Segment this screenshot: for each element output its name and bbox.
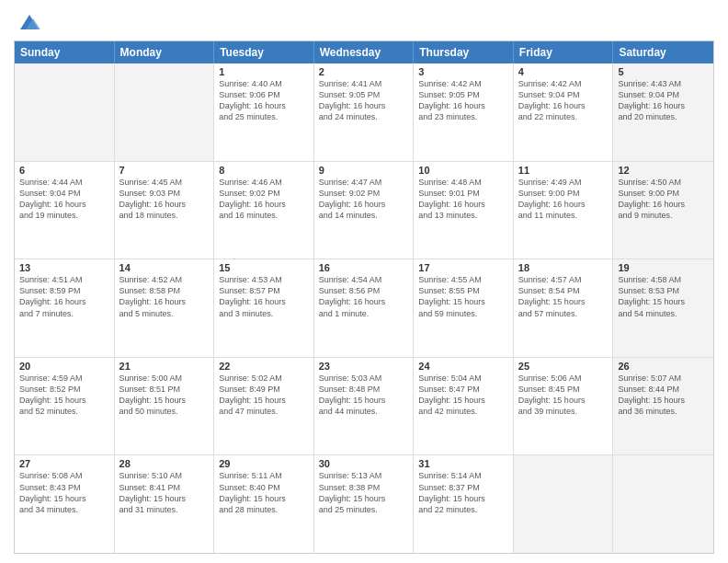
logo-icon [17, 9, 42, 35]
day-cell-28: 28Sunrise: 5:10 AM Sunset: 8:41 PM Dayli… [115, 455, 215, 553]
day-number: 8 [219, 165, 309, 176]
sun-info: Sunrise: 4:43 AM Sunset: 9:04 PM Dayligh… [618, 78, 709, 123]
sun-info: Sunrise: 4:48 AM Sunset: 9:01 PM Dayligh… [418, 177, 508, 222]
sun-info: Sunrise: 5:10 AM Sunset: 8:41 PM Dayligh… [119, 470, 210, 515]
sun-info: Sunrise: 4:58 AM Sunset: 8:53 PM Dayligh… [618, 274, 709, 319]
sun-info: Sunrise: 4:42 AM Sunset: 9:05 PM Dayligh… [418, 78, 508, 123]
calendar-body: 1Sunrise: 4:40 AM Sunset: 9:06 PM Daylig… [15, 63, 713, 553]
day-cell-7: 7Sunrise: 4:45 AM Sunset: 9:03 PM Daylig… [115, 162, 215, 259]
sun-info: Sunrise: 4:49 AM Sunset: 9:00 PM Dayligh… [518, 177, 609, 222]
sun-info: Sunrise: 4:47 AM Sunset: 9:02 PM Dayligh… [319, 177, 409, 222]
sun-info: Sunrise: 4:50 AM Sunset: 9:00 PM Dayligh… [618, 177, 709, 222]
day-cell-23: 23Sunrise: 5:03 AM Sunset: 8:48 PM Dayli… [314, 358, 415, 455]
day-number: 11 [518, 165, 609, 176]
day-cell-3: 3Sunrise: 4:42 AM Sunset: 9:05 PM Daylig… [414, 63, 514, 161]
sun-info: Sunrise: 4:44 AM Sunset: 9:04 PM Dayligh… [19, 177, 109, 222]
sun-info: Sunrise: 5:06 AM Sunset: 8:45 PM Dayligh… [518, 373, 609, 418]
day-cell-18: 18Sunrise: 4:57 AM Sunset: 8:54 PM Dayli… [514, 259, 614, 357]
day-number: 14 [119, 262, 210, 273]
logo [14, 13, 42, 35]
day-cell-24: 24Sunrise: 5:04 AM Sunset: 8:47 PM Dayli… [414, 358, 514, 455]
sun-info: Sunrise: 5:07 AM Sunset: 8:44 PM Dayligh… [618, 373, 709, 418]
day-number: 23 [319, 361, 409, 372]
header [14, 9, 714, 35]
day-cell-21: 21Sunrise: 5:00 AM Sunset: 8:51 PM Dayli… [115, 358, 215, 455]
day-number: 4 [518, 66, 609, 77]
day-cell-26: 26Sunrise: 5:07 AM Sunset: 8:44 PM Dayli… [613, 358, 713, 455]
sun-info: Sunrise: 4:54 AM Sunset: 8:56 PM Dayligh… [319, 274, 409, 319]
day-cell-19: 19Sunrise: 4:58 AM Sunset: 8:53 PM Dayli… [613, 259, 713, 357]
day-number: 16 [319, 262, 409, 273]
day-cell-6: 6Sunrise: 4:44 AM Sunset: 9:04 PM Daylig… [15, 162, 115, 259]
day-cell-8: 8Sunrise: 4:46 AM Sunset: 9:02 PM Daylig… [214, 162, 314, 259]
day-number: 2 [319, 66, 409, 77]
day-cell-27: 27Sunrise: 5:08 AM Sunset: 8:43 PM Dayli… [15, 455, 115, 553]
header-cell-saturday: Saturday [613, 41, 713, 63]
header-cell-sunday: Sunday [15, 41, 115, 63]
day-cell-10: 10Sunrise: 4:48 AM Sunset: 9:01 PM Dayli… [414, 162, 514, 259]
day-cell-12: 12Sunrise: 4:50 AM Sunset: 9:00 PM Dayli… [613, 162, 713, 259]
header-cell-wednesday: Wednesday [314, 41, 415, 63]
sun-info: Sunrise: 5:14 AM Sunset: 8:37 PM Dayligh… [418, 470, 508, 515]
day-cell-11: 11Sunrise: 4:49 AM Sunset: 9:00 PM Dayli… [514, 162, 614, 259]
day-number: 17 [418, 262, 508, 273]
page: SundayMondayTuesdayWednesdayThursdayFrid… [0, 0, 728, 563]
calendar-week-2: 6Sunrise: 4:44 AM Sunset: 9:04 PM Daylig… [15, 162, 713, 260]
day-cell-13: 13Sunrise: 4:51 AM Sunset: 8:59 PM Dayli… [15, 259, 115, 357]
sun-info: Sunrise: 4:46 AM Sunset: 9:02 PM Dayligh… [219, 177, 309, 222]
day-number: 19 [618, 262, 709, 273]
day-number: 6 [19, 165, 109, 176]
day-number: 18 [518, 262, 609, 273]
sun-info: Sunrise: 4:53 AM Sunset: 8:57 PM Dayligh… [219, 274, 309, 319]
sun-info: Sunrise: 4:40 AM Sunset: 9:06 PM Dayligh… [219, 78, 309, 123]
day-cell-31: 31Sunrise: 5:14 AM Sunset: 8:37 PM Dayli… [414, 455, 514, 553]
day-cell-15: 15Sunrise: 4:53 AM Sunset: 8:57 PM Dayli… [214, 259, 314, 357]
sun-info: Sunrise: 4:42 AM Sunset: 9:04 PM Dayligh… [518, 78, 609, 123]
sun-info: Sunrise: 5:11 AM Sunset: 8:40 PM Dayligh… [219, 470, 309, 515]
day-cell-1: 1Sunrise: 4:40 AM Sunset: 9:06 PM Daylig… [214, 63, 314, 161]
day-number: 9 [319, 165, 409, 176]
sun-info: Sunrise: 4:59 AM Sunset: 8:52 PM Dayligh… [19, 373, 109, 418]
day-number: 1 [219, 66, 309, 77]
sun-info: Sunrise: 5:03 AM Sunset: 8:48 PM Dayligh… [319, 373, 409, 418]
day-number: 26 [618, 361, 709, 372]
sun-info: Sunrise: 4:41 AM Sunset: 9:05 PM Dayligh… [319, 78, 409, 123]
sun-info: Sunrise: 5:04 AM Sunset: 8:47 PM Dayligh… [418, 373, 508, 418]
day-number: 15 [219, 262, 309, 273]
day-number: 3 [418, 66, 508, 77]
day-number: 31 [418, 458, 508, 469]
day-cell-16: 16Sunrise: 4:54 AM Sunset: 8:56 PM Dayli… [314, 259, 415, 357]
day-number: 27 [19, 458, 109, 469]
calendar-week-1: 1Sunrise: 4:40 AM Sunset: 9:06 PM Daylig… [15, 63, 713, 162]
day-number: 20 [19, 361, 109, 372]
empty-cell [115, 63, 215, 161]
day-cell-4: 4Sunrise: 4:42 AM Sunset: 9:04 PM Daylig… [514, 63, 614, 161]
day-number: 5 [618, 66, 709, 77]
header-cell-monday: Monday [115, 41, 215, 63]
day-cell-25: 25Sunrise: 5:06 AM Sunset: 8:45 PM Dayli… [514, 358, 614, 455]
day-number: 21 [119, 361, 210, 372]
sun-info: Sunrise: 4:55 AM Sunset: 8:55 PM Dayligh… [418, 274, 508, 319]
calendar-week-3: 13Sunrise: 4:51 AM Sunset: 8:59 PM Dayli… [15, 259, 713, 358]
day-number: 13 [19, 262, 109, 273]
day-cell-14: 14Sunrise: 4:52 AM Sunset: 8:58 PM Dayli… [115, 259, 215, 357]
day-number: 24 [418, 361, 508, 372]
day-cell-17: 17Sunrise: 4:55 AM Sunset: 8:55 PM Dayli… [414, 259, 514, 357]
sun-info: Sunrise: 4:52 AM Sunset: 8:58 PM Dayligh… [119, 274, 210, 319]
day-cell-30: 30Sunrise: 5:13 AM Sunset: 8:38 PM Dayli… [314, 455, 415, 553]
sun-info: Sunrise: 5:00 AM Sunset: 8:51 PM Dayligh… [119, 373, 210, 418]
day-number: 28 [119, 458, 210, 469]
header-cell-thursday: Thursday [414, 41, 514, 63]
header-cell-friday: Friday [514, 41, 614, 63]
sun-info: Sunrise: 4:45 AM Sunset: 9:03 PM Dayligh… [119, 177, 210, 222]
sun-info: Sunrise: 5:08 AM Sunset: 8:43 PM Dayligh… [19, 470, 109, 515]
day-cell-29: 29Sunrise: 5:11 AM Sunset: 8:40 PM Dayli… [214, 455, 314, 553]
sun-info: Sunrise: 4:57 AM Sunset: 8:54 PM Dayligh… [518, 274, 609, 319]
empty-cell [514, 455, 614, 553]
day-number: 30 [319, 458, 409, 469]
day-number: 29 [219, 458, 309, 469]
day-number: 12 [618, 165, 709, 176]
sun-info: Sunrise: 4:51 AM Sunset: 8:59 PM Dayligh… [19, 274, 109, 319]
empty-cell [613, 455, 713, 553]
header-cell-tuesday: Tuesday [214, 41, 314, 63]
